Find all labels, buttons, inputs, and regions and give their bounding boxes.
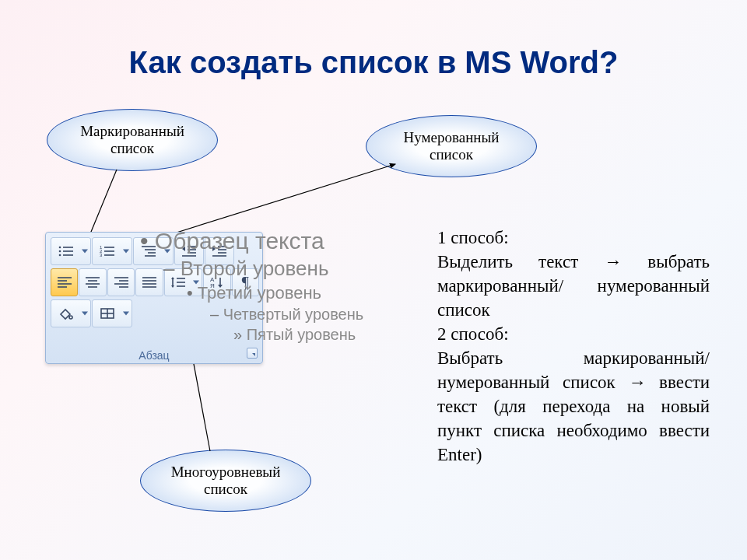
instructions-text: 1 способ: Выделить текст → выбрать марки…	[437, 226, 710, 467]
method2-heading: 2 способ:	[437, 322, 710, 346]
callout-bulleted: Маркированныйсписок	[47, 109, 218, 171]
shading-icon	[58, 306, 75, 320]
callout-numbered-label: Нумерованныйсписок	[404, 129, 500, 163]
callout-multilevel: Многоуровневыйсписок	[140, 450, 311, 512]
bullets-icon	[58, 244, 75, 258]
svg-text:3: 3	[100, 253, 103, 257]
align-center-icon	[84, 275, 101, 289]
svg-point-7	[59, 254, 61, 257]
shading-button[interactable]	[51, 299, 91, 327]
svg-point-3	[59, 247, 61, 249]
page-title: Как создать список в MS Word?	[0, 45, 747, 80]
callout-multilevel-label: Многоуровневыйсписок	[171, 464, 281, 498]
svg-point-55	[69, 316, 72, 319]
numbering-icon: 123	[99, 244, 116, 258]
chevron-down-icon	[82, 250, 88, 254]
align-left-icon	[56, 275, 73, 289]
outline-placeholder: • Образец текста – Второй уровень • Трет…	[117, 226, 412, 345]
ribbon-group-label: Абзац	[46, 349, 262, 362]
method1-body: Выделить текст → выбрать маркированный/ …	[437, 250, 710, 322]
callout-numbered: Нумерованныйсписок	[366, 115, 537, 177]
callout-bulleted-label: Маркированныйсписок	[80, 123, 184, 157]
borders-icon	[99, 306, 116, 320]
align-left-button[interactable]	[51, 268, 78, 296]
bullets-button[interactable]	[51, 237, 91, 265]
align-center-button[interactable]	[79, 268, 106, 296]
method1-heading: 1 способ:	[437, 226, 710, 250]
svg-point-5	[59, 250, 61, 253]
method2-body: Выбрать маркированный/нумерованный списо…	[437, 346, 710, 467]
chevron-down-icon	[82, 312, 88, 316]
dialog-launcher-button[interactable]	[247, 348, 258, 359]
